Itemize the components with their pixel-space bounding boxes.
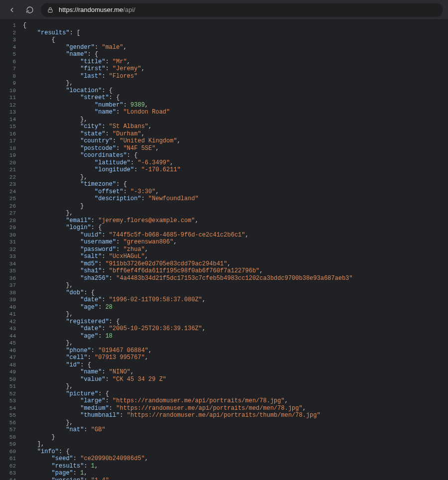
line-content: "number": 9389,	[20, 102, 448, 109]
line-number: 47	[0, 354, 20, 361]
line-content: {	[20, 22, 448, 29]
line-content: ],	[20, 441, 448, 448]
code-line: 4 "gender": "male",	[0, 44, 448, 51]
address-bar[interactable]: https://randomuser.me/api/	[41, 3, 443, 17]
code-line: 47 "cell": "07913 995767",	[0, 354, 448, 361]
line-number: 32	[0, 246, 20, 253]
line-number: 17	[0, 137, 20, 145]
code-line: 14 },	[0, 116, 448, 123]
code-line: 19 "coordinates": {	[0, 152, 448, 159]
code-line: 44 "age": 18	[0, 333, 448, 340]
line-content: },	[20, 311, 448, 318]
line-content: "registered": {	[20, 318, 448, 326]
code-line: 48 "id": {	[0, 361, 448, 369]
line-content: "name": "NINO",	[20, 368, 448, 376]
line-content: "version": "1.4"	[20, 477, 448, 480]
line-content: {	[20, 36, 448, 44]
reload-button[interactable]	[23, 3, 37, 17]
line-number: 40	[0, 304, 20, 311]
line-number: 19	[0, 152, 20, 159]
code-line: 46 "phone": "019467 06884",	[0, 347, 448, 355]
code-line: 36 "sha256": "4a4483b34d21f5dc17153c7cfe…	[0, 275, 448, 282]
code-line: 33 "salt": "UcxHAGuL",	[0, 253, 448, 260]
line-number: 63	[0, 470, 20, 477]
line-number: 24	[0, 188, 20, 196]
svg-rect-0	[48, 9, 52, 12]
code-line: 50 "value": "CK 45 34 29 Z"	[0, 376, 448, 383]
code-line: 22 },	[0, 174, 448, 181]
json-viewer[interactable]: 1{2 "results": [3 {4 "gender": "male",5 …	[0, 20, 448, 480]
line-number: 15	[0, 123, 20, 130]
line-number: 2	[0, 29, 20, 37]
line-number: 11	[0, 94, 20, 102]
line-content: "seed": "ce20990b240986d5",	[20, 455, 448, 463]
code-line: 17 "country": "United Kingdom",	[0, 137, 448, 145]
line-number: 1	[0, 22, 20, 29]
code-line: 20 "latitude": "-6.3499",	[0, 159, 448, 167]
code-line: 12 "number": 9389,	[0, 102, 448, 109]
line-content: "title": "Mr",	[20, 58, 448, 66]
code-line: 38 "dob": {	[0, 289, 448, 297]
line-content: "latitude": "-6.3499",	[20, 159, 448, 167]
line-number: 20	[0, 159, 20, 167]
line-content: },	[20, 383, 448, 390]
line-content: "description": "Newfoundland"	[20, 195, 448, 203]
line-content: "longitude": "-170.6211"	[20, 166, 448, 174]
line-number: 9	[0, 80, 20, 87]
line-number: 41	[0, 311, 20, 318]
line-number: 50	[0, 376, 20, 383]
line-content: },	[20, 340, 448, 347]
code-line: 26 }	[0, 203, 448, 210]
line-number: 26	[0, 203, 20, 210]
line-content: },	[20, 282, 448, 289]
line-content: "large": "https://randomuser.me/api/port…	[20, 397, 448, 405]
line-number: 23	[0, 181, 20, 188]
code-line: 45 },	[0, 340, 448, 347]
code-line: 42 "registered": {	[0, 318, 448, 326]
code-line: 11 "street": {	[0, 94, 448, 102]
code-line: 56 },	[0, 419, 448, 427]
line-number: 38	[0, 289, 20, 297]
back-button[interactable]	[5, 3, 19, 17]
code-line: 3 {	[0, 36, 448, 44]
code-line: 39 "date": "1996-02-11T09:58:37.080Z",	[0, 296, 448, 304]
line-number: 62	[0, 463, 20, 470]
line-content: "street": {	[20, 94, 448, 102]
line-number: 30	[0, 232, 20, 239]
line-content: "location": {	[20, 87, 448, 95]
line-number: 5	[0, 51, 20, 58]
code-line: 5 "name": {	[0, 51, 448, 58]
code-line: 18 "postcode": "N4F 5SE",	[0, 145, 448, 152]
line-content: "first": "Jeremy",	[20, 65, 448, 73]
line-number: 29	[0, 224, 20, 232]
line-content: "uuid": "744f5c5f-b068-4685-9f6d-ce2c41c…	[20, 232, 448, 239]
line-content: },	[20, 80, 448, 87]
line-content: "nat": "GB"	[20, 426, 448, 434]
line-number: 55	[0, 412, 20, 419]
line-number: 57	[0, 426, 20, 434]
line-content: "last": "Flores"	[20, 73, 448, 80]
line-content: },	[20, 419, 448, 427]
code-line: 40 "age": 28	[0, 304, 448, 311]
code-line: 9 },	[0, 80, 448, 87]
line-number: 53	[0, 397, 20, 405]
line-number: 25	[0, 195, 20, 203]
code-line: 13 "name": "London Road"	[0, 109, 448, 116]
line-content: "results": [	[20, 29, 448, 37]
line-number: 36	[0, 275, 20, 282]
line-content: "date": "2005-10-25T20:36:39.136Z",	[20, 325, 448, 333]
line-number: 14	[0, 116, 20, 123]
code-line: 41 },	[0, 311, 448, 318]
code-line: 55 "thumbnail": "https://randomuser.me/a…	[0, 412, 448, 419]
code-line: 52 "picture": {	[0, 390, 448, 398]
line-number: 58	[0, 434, 20, 441]
line-number: 28	[0, 217, 20, 225]
line-number: 10	[0, 87, 20, 95]
line-content: }	[20, 203, 448, 210]
line-content: "gender": "male",	[20, 44, 448, 51]
line-content: "sha256": "4a4483b34d21f5dc17153c7cfeb5b…	[20, 275, 448, 282]
code-line: 54 "medium": "https://randomuser.me/api/…	[0, 405, 448, 412]
line-content: "state": "Durham",	[20, 130, 448, 138]
line-number: 7	[0, 65, 20, 73]
line-content: "md5": "911bb3726e02d705e83cdd79ac294b41…	[20, 260, 448, 268]
